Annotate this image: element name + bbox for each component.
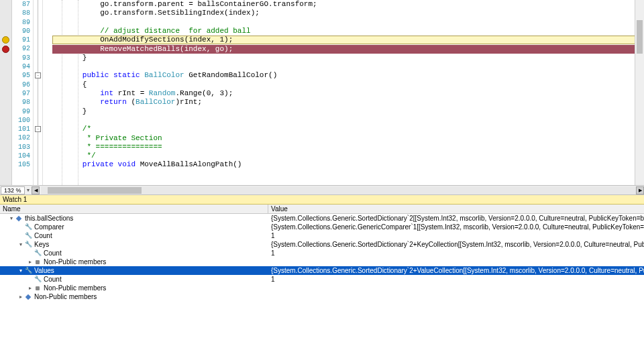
- line-number: 104: [12, 152, 30, 160]
- code-line[interactable]: // adjust distance for added ball: [43, 27, 644, 36]
- watch-rows[interactable]: ▾this.ballSections{System.Collections.Ge…: [0, 214, 644, 301]
- expander-icon[interactable]: ▸: [17, 294, 23, 300]
- current-statement-marker[interactable]: [2, 36, 9, 44]
- watch-row[interactable]: Count1: [0, 275, 644, 284]
- code-line[interactable]: * ===============: [43, 143, 644, 152]
- watch-panel[interactable]: Watch 1 Name Value ▾this.ballSections{Sy…: [0, 194, 644, 344]
- field-icon: [15, 215, 23, 223]
- code-line[interactable]: return (BallColor)rInt;: [43, 98, 644, 107]
- watch-row-value: [268, 284, 644, 292]
- code-line[interactable]: */: [43, 152, 644, 160]
- code-editor[interactable]: 8788899091929394959697989910010110210310…: [0, 0, 644, 185]
- watch-item-name: Comparer: [34, 223, 64, 231]
- fold-toggle[interactable]: -: [35, 126, 41, 132]
- watch-row[interactable]: ▾Values{System.Collections.Generic.Sorte…: [0, 266, 644, 275]
- wrench-icon: [25, 267, 33, 275]
- watch-column-name[interactable]: Name: [0, 205, 268, 213]
- watch-row-name[interactable]: ▸Non-Public members: [0, 257, 268, 266]
- scrollbar-thumb[interactable]: [48, 187, 142, 194]
- watch-row[interactable]: Comparer{System.Collections.Generic.Gene…: [0, 223, 644, 231]
- line-number: 102: [12, 133, 30, 142]
- zoom-dropdown-icon[interactable]: ▼: [25, 188, 32, 192]
- scrollbar-thumb[interactable]: [637, 20, 643, 54]
- watch-row-name[interactable]: ▸Non-Public members: [0, 292, 268, 301]
- horizontal-scrollbar[interactable]: [41, 186, 636, 194]
- line-number: 96: [12, 80, 30, 89]
- wrench-icon: [25, 232, 33, 240]
- code-line[interactable]: go.transform.SetSiblingIndex(index);: [43, 9, 644, 17]
- watch-row[interactable]: ▸Non-Public members: [0, 292, 644, 301]
- expander-icon[interactable]: ▸: [27, 259, 33, 265]
- breakpoint-gutter[interactable]: [0, 0, 12, 185]
- watch-row-value: {System.Collections.Generic.GenericCompa…: [268, 223, 644, 231]
- watch-row-name[interactable]: ▾Keys: [0, 240, 268, 249]
- watch-row-name[interactable]: ▾Values: [0, 266, 268, 275]
- watch-item-name: Keys: [34, 240, 49, 249]
- watch-row[interactable]: Count1: [0, 231, 644, 240]
- code-line[interactable]: private void MoveAllBallsAlongPath(): [43, 160, 644, 169]
- wrench-icon: [25, 223, 33, 231]
- expander-icon[interactable]: ▾: [8, 215, 14, 221]
- code-line[interactable]: }: [43, 107, 644, 116]
- code-line[interactable]: /*: [43, 125, 644, 133]
- expander-icon[interactable]: ▾: [17, 241, 23, 247]
- code-line[interactable]: {: [43, 80, 644, 89]
- watch-row-name[interactable]: ▾this.ballSections: [0, 214, 268, 223]
- watch-item-name: Count: [34, 231, 52, 240]
- line-number: 99: [12, 107, 30, 116]
- fold-toggle[interactable]: -: [35, 72, 41, 78]
- watch-row[interactable]: Count1: [0, 249, 644, 257]
- code-line[interactable]: }: [43, 54, 644, 62]
- watch-row[interactable]: ▸Non-Public members: [0, 257, 644, 266]
- code-line[interactable]: public static BallColor GetRandomBallCol…: [43, 71, 644, 80]
- code-line[interactable]: * Private Section: [43, 134, 644, 143]
- wrench-icon: [25, 241, 33, 249]
- watch-header[interactable]: Name Value: [0, 205, 644, 214]
- line-number: 97: [12, 89, 30, 98]
- expander-icon[interactable]: ▾: [17, 268, 23, 274]
- line-number: 94: [12, 62, 30, 71]
- vertical-scrollbar[interactable]: [635, 0, 644, 185]
- expander-icon[interactable]: ▸: [27, 285, 33, 291]
- code-line[interactable]: [43, 18, 644, 27]
- expander-icon: [17, 224, 23, 230]
- line-number: 92: [12, 44, 30, 53]
- editor-status-bar: 132 % ▼ ◀ ▶: [0, 185, 644, 194]
- watch-row-value: {System.Collections.Generic.SortedDictio…: [268, 214, 644, 223]
- watch-item-name: Count: [44, 275, 62, 284]
- watch-item-name: Non-Public members: [34, 292, 97, 301]
- watch-row[interactable]: ▸Non-Public members: [0, 284, 644, 292]
- line-number: 103: [12, 143, 30, 152]
- watch-row-name[interactable]: Count: [0, 249, 268, 257]
- code-line[interactable]: [43, 116, 644, 125]
- line-number: 95: [12, 71, 30, 80]
- watch-row[interactable]: ▾Keys{System.Collections.Generic.SortedD…: [0, 240, 644, 249]
- scroll-right-arrow[interactable]: ▶: [636, 186, 644, 194]
- watch-row-name[interactable]: Count: [0, 231, 268, 240]
- code-line[interactable]: RemoveMatchedBalls(index, go);: [43, 45, 644, 54]
- watch-item-name: Values: [34, 266, 54, 275]
- watch-row-name[interactable]: Comparer: [0, 223, 268, 231]
- line-number: 105: [12, 160, 30, 169]
- expander-icon: [27, 276, 33, 282]
- scroll-left-arrow[interactable]: ◀: [32, 186, 40, 194]
- fold-gutter[interactable]: --: [34, 0, 43, 185]
- code-line[interactable]: go.transform.parent = ballsContainerGO.t…: [43, 0, 644, 9]
- watch-column-value[interactable]: Value: [268, 205, 644, 213]
- code-line[interactable]: [43, 62, 644, 71]
- expander-icon: [27, 250, 33, 256]
- watch-row-name[interactable]: Count: [0, 275, 268, 284]
- code-area[interactable]: go.transform.parent = ballsContainerGO.t…: [43, 0, 644, 185]
- watch-row-value: [268, 292, 644, 301]
- line-number: 88: [12, 9, 30, 17]
- watch-row-value: {System.Collections.Generic.SortedDictio…: [268, 240, 644, 249]
- watch-item-name: Non-Public members: [44, 257, 106, 266]
- watch-panel-title[interactable]: Watch 1: [0, 195, 644, 205]
- watch-row[interactable]: ▾this.ballSections{System.Collections.Ge…: [0, 214, 644, 223]
- watch-row-name[interactable]: ▸Non-Public members: [0, 284, 268, 292]
- zoom-level[interactable]: 132 %: [1, 186, 25, 194]
- code-line[interactable]: int rInt = Random.Range(0, 3);: [43, 89, 644, 98]
- code-line[interactable]: OnAddModifySections(index, 1);: [43, 36, 644, 44]
- breakpoint-marker[interactable]: [2, 46, 9, 53]
- watch-row-value: 1: [268, 249, 644, 257]
